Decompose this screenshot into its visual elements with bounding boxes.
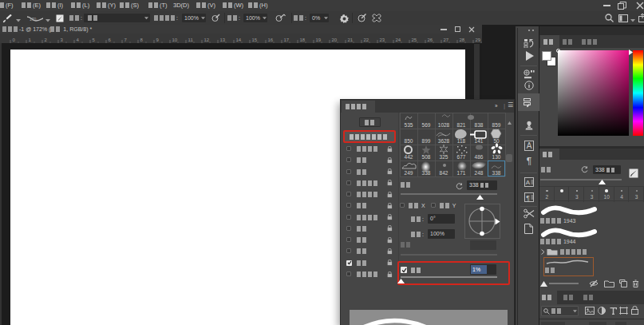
svg-text:10: 10 — [172, 38, 178, 42]
svg-text:17: 17 — [284, 38, 290, 42]
svg-text:21: 21 — [348, 38, 354, 42]
svg-text:15: 15 — [252, 38, 258, 42]
svg-text:28: 28 — [460, 38, 465, 42]
svg-text:18: 18 — [300, 38, 306, 42]
svg-text:27: 27 — [444, 38, 449, 42]
svg-text:14: 14 — [236, 38, 242, 42]
svg-text:12: 12 — [204, 38, 210, 42]
svg-text:A: A — [526, 179, 531, 186]
svg-text:11: 11 — [188, 38, 194, 42]
svg-text:20: 20 — [332, 38, 338, 42]
svg-text:25: 25 — [412, 38, 417, 42]
svg-text:26: 26 — [428, 38, 433, 42]
svg-text:24: 24 — [396, 38, 401, 42]
svg-text:¶: ¶ — [527, 156, 531, 165]
svg-text:13: 13 — [220, 38, 226, 42]
svg-text:29: 29 — [476, 38, 481, 42]
svg-text:19: 19 — [316, 38, 322, 42]
svg-text:22: 22 — [364, 38, 369, 42]
svg-text:16: 16 — [268, 38, 274, 42]
svg-text:23: 23 — [380, 38, 385, 42]
svg-text:A: A — [527, 141, 532, 150]
svg-text:¶: ¶ — [526, 194, 530, 202]
